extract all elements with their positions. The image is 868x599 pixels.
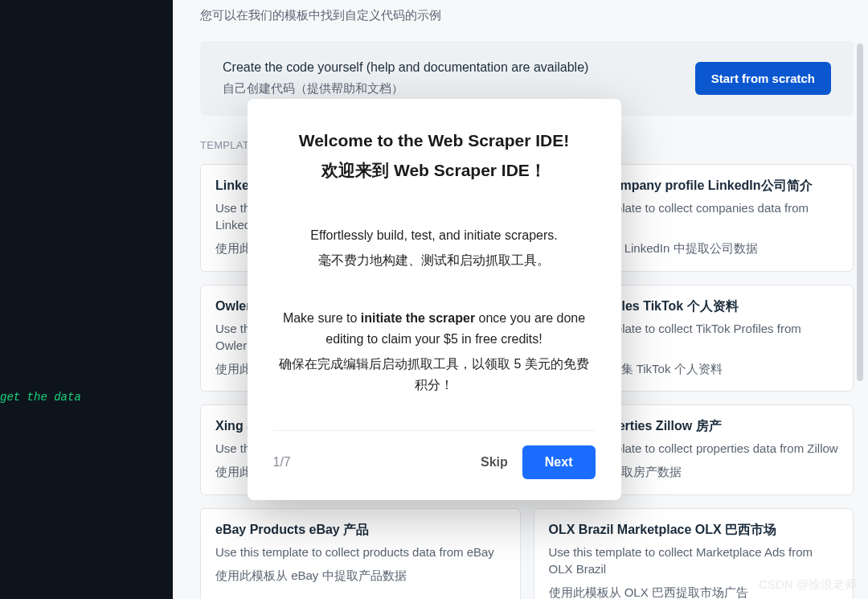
next-button[interactable]: Next: [522, 445, 596, 479]
modal-p2-en: Make sure to initiate the scraper once y…: [273, 308, 596, 349]
modal-p2-en-pre: Make sure to: [283, 311, 361, 325]
modal-p2-zh: 确保在完成编辑后启动抓取工具，以领取 5 美元的免费积分！: [273, 354, 596, 395]
modal-title-zh: 欢迎来到 Web Scraper IDE！: [273, 158, 596, 183]
modal-p2-en-bold: initiate the scraper: [361, 311, 475, 325]
skip-button[interactable]: Skip: [466, 447, 522, 478]
modal-pager: 1/7: [273, 455, 291, 470]
welcome-modal: Welcome to the Web Scraper IDE! 欢迎来到 Web…: [248, 99, 621, 501]
modal-body: Effortlessly build, test, and initiate s…: [273, 225, 596, 400]
modal-p1-en: Effortlessly build, test, and initiate s…: [273, 225, 596, 246]
modal-title-en: Welcome to the Web Scraper IDE!: [273, 128, 596, 154]
modal-footer: 1/7 Skip Next: [273, 445, 596, 479]
modal-backdrop: Welcome to the Web Scraper IDE! 欢迎来到 Web…: [0, 0, 868, 599]
modal-p1-zh: 毫不费力地构建、测试和启动抓取工具。: [273, 250, 596, 271]
modal-divider: [273, 430, 596, 431]
